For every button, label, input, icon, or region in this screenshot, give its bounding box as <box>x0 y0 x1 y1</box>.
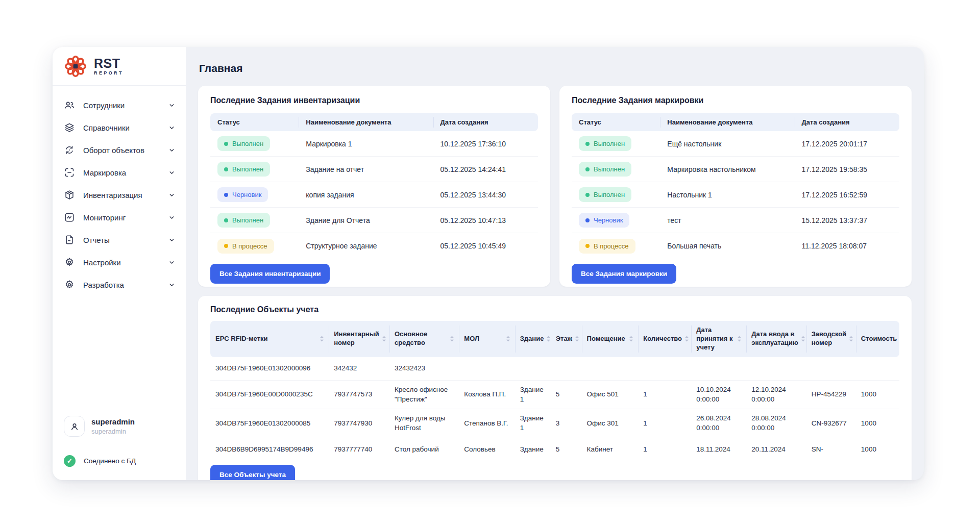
status-cell: Черновик <box>572 210 660 231</box>
all-objects-button[interactable]: Все Объекты учета <box>210 465 295 480</box>
sidebar-item-development[interactable]: Разработка <box>53 273 186 296</box>
table-cell: CN-932677 <box>806 414 856 433</box>
sortable-column-header[interactable]: Количество <box>638 321 691 357</box>
table-cell: 304DB75F1960E01302000085 <box>210 414 329 433</box>
sortable-column-header[interactable]: Помещение <box>582 321 639 357</box>
rotate-icon <box>64 144 75 156</box>
status-cell: Черновик <box>210 184 299 205</box>
table-cell: 7937747930 <box>329 414 389 433</box>
sidebar-item-directories[interactable]: Справочники <box>53 116 186 139</box>
created-date: 17.12.2025 16:52:59 <box>795 188 899 202</box>
table-cell <box>459 364 514 373</box>
sidebar-item-inventory[interactable]: Инвентаризация <box>53 184 186 206</box>
sidebar-item-label: Оборот объектов <box>83 146 144 155</box>
user-name: superadmin <box>91 417 135 426</box>
document-name: Большая печать <box>660 239 794 253</box>
chevron-down-icon <box>168 169 176 177</box>
table-cell: 304DB6B9D6995174B9D99496 <box>210 440 329 459</box>
status-dot-icon <box>585 244 590 248</box>
report-icon <box>64 234 75 245</box>
sortable-column-header[interactable]: МОЛ <box>459 321 514 357</box>
status-badge: Выполнен <box>217 136 270 151</box>
column-header-label: Дата принятия к учету <box>696 326 734 352</box>
created-date: 17.12.2025 20:01:17 <box>795 137 899 151</box>
table-cell: 10.10.2024 0:00:00 <box>691 381 746 409</box>
sort-icon <box>574 335 580 342</box>
status-dot-icon <box>224 218 228 222</box>
table-cell: 1000 <box>856 414 899 433</box>
table-cell: Козлова П.П. <box>459 385 514 404</box>
status-dot-icon <box>585 142 590 146</box>
gear-icon <box>64 279 75 290</box>
table-cell: Здание 1 <box>515 381 551 409</box>
column-header-label: Количество <box>643 335 682 343</box>
table-cell: Стол рабочий <box>389 440 459 459</box>
chevron-down-icon <box>168 214 176 221</box>
table-cell: Офис 301 <box>582 414 639 433</box>
box-icon <box>64 189 75 201</box>
document-name: Ещё настольник <box>660 137 794 151</box>
status-dot-icon <box>224 167 228 171</box>
column-header-label: Стоимость <box>861 335 897 343</box>
table-cell: 18.11.2024 <box>691 440 746 459</box>
status-cell: Выполнен <box>572 159 660 180</box>
db-connection-status: ✓ Соединено с БД <box>64 455 175 467</box>
sortable-column-header[interactable]: Стоимость <box>856 321 899 357</box>
sort-icon <box>449 335 455 342</box>
gear-icon <box>64 257 75 268</box>
table-row: В процессеСтруктурное задание05.12.2025 … <box>210 233 538 259</box>
sort-icon <box>505 335 511 342</box>
created-date: 05.12.2025 10:47:13 <box>433 213 538 228</box>
sidebar-item-object-turnover[interactable]: Оборот объектов <box>53 139 186 161</box>
connection-status-label: Соединено с БД <box>84 457 136 465</box>
document-name: копия задания <box>299 188 433 202</box>
table-cell: 342432 <box>329 359 389 378</box>
table-row: Черновиктест15.12.2025 13:37:37 <box>572 208 899 233</box>
card-title: Последние Задания инвентаризации <box>210 96 538 105</box>
chevron-down-icon <box>168 124 176 132</box>
table-cell: 5 <box>551 385 582 404</box>
table-cell: SN- <box>806 440 856 459</box>
all-inventory-tasks-button[interactable]: Все Задания инвентаризации <box>210 264 330 284</box>
all-marking-tasks-button[interactable]: Все Задания маркировки <box>572 264 676 284</box>
table-cell: 304DB75F1960E01302000096 <box>210 359 329 378</box>
table-row: ВыполненМаркировка настольником17.12.202… <box>572 157 899 182</box>
sidebar-item-reports[interactable]: Отчеты <box>53 229 186 251</box>
status-badge: В процессе <box>217 239 274 254</box>
inventory-tasks-card: Последние Задания инвентаризации СтатусН… <box>198 86 550 287</box>
sortable-column-header[interactable]: Здание <box>515 321 551 357</box>
sidebar-item-employees[interactable]: Сотрудники <box>53 94 186 116</box>
table-row: В процессеБольшая печать11.12.2025 18:08… <box>572 233 899 259</box>
objects-card: Последние Объекты учета EPC RFID-меткиИн… <box>198 296 912 480</box>
status-badge: Выполнен <box>579 136 631 151</box>
created-date: 15.12.2025 13:37:37 <box>795 213 899 228</box>
table-header-row: СтатусНаименование документаДата создани… <box>572 113 899 131</box>
sortable-column-header[interactable]: Заводской номер <box>806 321 856 357</box>
status-dot-icon <box>585 193 590 197</box>
sortable-column-header[interactable]: Основное средство <box>389 321 459 357</box>
sortable-column-header[interactable]: Дата принятия к учету <box>691 321 746 357</box>
sidebar-item-monitoring[interactable]: Мониторинг <box>53 206 186 229</box>
table-body: ВыполненЕщё настольник17.12.2025 20:01:1… <box>572 131 899 259</box>
column-header-label: EPC RFID-метки <box>215 335 317 343</box>
sortable-column-header[interactable]: EPC RFID-метки <box>210 321 329 357</box>
sidebar-item-settings[interactable]: Настройки <box>53 251 186 273</box>
table-row: 304DB75F1960E013020000857937747930Кулер … <box>210 409 899 438</box>
chevron-down-icon <box>168 281 176 289</box>
user-profile[interactable]: superadmin superadmin <box>64 416 175 437</box>
sortable-column-header[interactable]: Дата ввода в эксплуатацию <box>746 321 806 357</box>
table-cell: Соловьев <box>459 440 514 459</box>
table-cell <box>582 364 639 373</box>
table-body: ВыполненМаркировка 110.12.2025 17:36:10В… <box>210 131 538 259</box>
sortable-column-header[interactable]: Инвентарный номер <box>329 321 389 357</box>
sort-icon <box>800 335 806 342</box>
sidebar-item-marking[interactable]: Маркировка <box>53 161 186 184</box>
status-cell: Выполнен <box>210 210 299 231</box>
table-cell <box>551 364 582 373</box>
column-header: Статус <box>210 113 299 131</box>
sortable-column-header[interactable]: Этаж <box>551 321 582 357</box>
table-cell <box>806 364 856 373</box>
column-header-label: МОЛ <box>464 335 503 343</box>
status-cell: В процессе <box>210 236 299 257</box>
column-header-label: Инвентарный номер <box>334 330 379 347</box>
